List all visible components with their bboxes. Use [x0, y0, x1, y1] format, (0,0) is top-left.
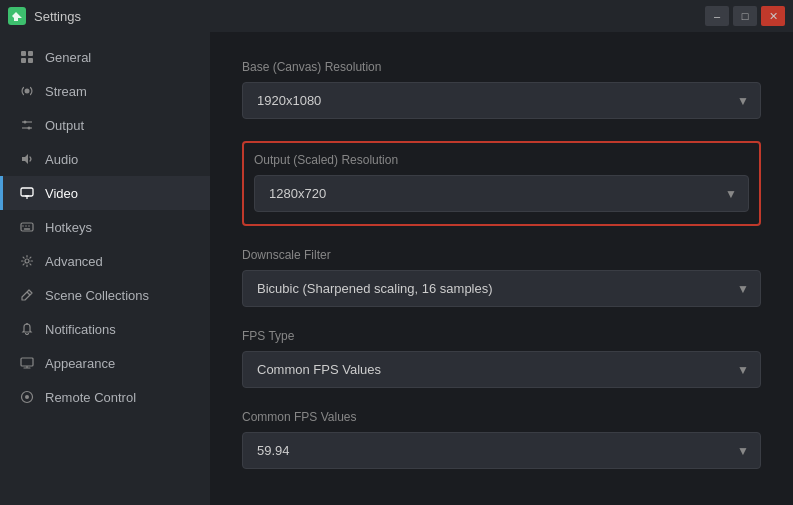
settings-icon — [19, 253, 35, 269]
common-fps-group: Common FPS Values 59.94 29.97 60 30 24 ▼ — [242, 410, 761, 469]
svg-rect-2 — [28, 51, 33, 56]
sidebar-item-advanced[interactable]: Advanced — [0, 244, 210, 278]
svg-rect-4 — [28, 58, 33, 63]
svg-rect-14 — [21, 223, 33, 231]
sidebar-item-stream[interactable]: Stream — [0, 74, 210, 108]
output-resolution-group: Output (Scaled) Resolution 1280x720 1920… — [242, 141, 761, 226]
output-resolution-label: Output (Scaled) Resolution — [254, 153, 749, 167]
fps-type-container: Common FPS Values Integer FPS Value Frac… — [242, 351, 761, 388]
sidebar-item-output[interactable]: Output — [0, 108, 210, 142]
sidebar-label-output: Output — [45, 118, 84, 133]
base-resolution-container: 1920x1080 1280x720 2560x1440 3840x2160 ▼ — [242, 82, 761, 119]
sidebar-label-scene-collections: Scene Collections — [45, 288, 149, 303]
sidebar-label-video: Video — [45, 186, 78, 201]
common-fps-label: Common FPS Values — [242, 410, 761, 424]
sidebar-label-general: General — [45, 50, 91, 65]
svg-point-9 — [28, 127, 31, 130]
sidebar-item-remote-control[interactable]: Remote Control — [0, 380, 210, 414]
output-resolution-container: 1280x720 1920x1080 854x480 640x360 ▼ — [254, 175, 749, 212]
titlebar: Settings – □ ✕ — [0, 0, 793, 32]
fps-type-label: FPS Type — [242, 329, 761, 343]
output-resolution-select[interactable]: 1280x720 1920x1080 854x480 640x360 — [254, 175, 749, 212]
sidebar-label-remote-control: Remote Control — [45, 390, 136, 405]
downscale-filter-select[interactable]: Bicubic (Sharpened scaling, 16 samples) … — [242, 270, 761, 307]
remote-icon — [19, 389, 35, 405]
display-icon — [19, 355, 35, 371]
main-layout: General Stream Output — [0, 32, 793, 505]
sidebar-label-notifications: Notifications — [45, 322, 116, 337]
svg-rect-11 — [21, 188, 33, 196]
sidebar-label-stream: Stream — [45, 84, 87, 99]
titlebar-controls: – □ ✕ — [705, 6, 785, 26]
minimize-button[interactable]: – — [705, 6, 729, 26]
sidebar-item-notifications[interactable]: Notifications — [0, 312, 210, 346]
common-fps-select[interactable]: 59.94 29.97 60 30 24 — [242, 432, 761, 469]
svg-line-20 — [27, 292, 30, 295]
sidebar-item-scene-collections[interactable]: Scene Collections — [0, 278, 210, 312]
svg-rect-3 — [21, 58, 26, 63]
bell-icon — [19, 321, 35, 337]
sidebar-item-audio[interactable]: Audio — [0, 142, 210, 176]
svg-rect-22 — [21, 358, 33, 366]
sidebar-label-audio: Audio — [45, 152, 78, 167]
volume-icon — [19, 151, 35, 167]
svg-point-26 — [25, 395, 29, 399]
base-resolution-group: Base (Canvas) Resolution 1920x1080 1280x… — [242, 60, 761, 119]
downscale-filter-group: Downscale Filter Bicubic (Sharpened scal… — [242, 248, 761, 307]
fps-type-group: FPS Type Common FPS Values Integer FPS V… — [242, 329, 761, 388]
sidebar: General Stream Output — [0, 32, 210, 505]
grid-icon — [19, 49, 35, 65]
maximize-button[interactable]: □ — [733, 6, 757, 26]
base-resolution-select[interactable]: 1920x1080 1280x720 2560x1440 3840x2160 — [242, 82, 761, 119]
content-area: Base (Canvas) Resolution 1920x1080 1280x… — [210, 32, 793, 505]
svg-rect-1 — [21, 51, 26, 56]
keyboard-icon — [19, 219, 35, 235]
sidebar-item-general[interactable]: General — [0, 40, 210, 74]
svg-marker-10 — [22, 154, 28, 164]
sidebar-item-video[interactable]: Video — [0, 176, 210, 210]
downscale-filter-label: Downscale Filter — [242, 248, 761, 262]
sidebar-item-appearance[interactable]: Appearance — [0, 346, 210, 380]
svg-point-8 — [24, 121, 27, 124]
monitor-icon — [19, 185, 35, 201]
common-fps-container: 59.94 29.97 60 30 24 ▼ — [242, 432, 761, 469]
sidebar-item-hotkeys[interactable]: Hotkeys — [0, 210, 210, 244]
titlebar-left: Settings — [8, 7, 81, 25]
sidebar-label-appearance: Appearance — [45, 356, 115, 371]
svg-point-21 — [26, 323, 28, 325]
brush-icon — [19, 287, 35, 303]
sidebar-label-advanced: Advanced — [45, 254, 103, 269]
titlebar-title: Settings — [34, 9, 81, 24]
svg-point-19 — [25, 259, 29, 263]
downscale-filter-container: Bicubic (Sharpened scaling, 16 samples) … — [242, 270, 761, 307]
svg-point-5 — [25, 89, 30, 94]
sliders-icon — [19, 117, 35, 133]
sidebar-label-hotkeys: Hotkeys — [45, 220, 92, 235]
fps-type-select[interactable]: Common FPS Values Integer FPS Value Frac… — [242, 351, 761, 388]
app-icon — [8, 7, 26, 25]
base-resolution-label: Base (Canvas) Resolution — [242, 60, 761, 74]
close-button[interactable]: ✕ — [761, 6, 785, 26]
broadcast-icon — [19, 83, 35, 99]
